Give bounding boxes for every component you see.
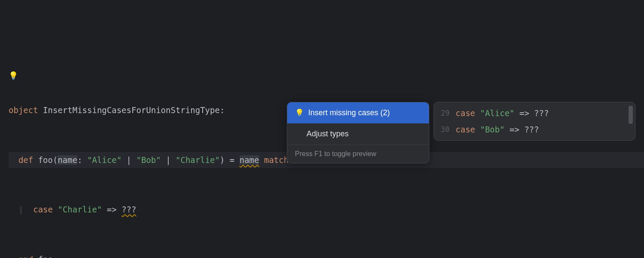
placeholder: ???	[524, 125, 539, 134]
string-literal: "Alice"	[475, 108, 515, 118]
param-name: name	[58, 155, 77, 165]
string-literal: "Bob"	[475, 125, 505, 134]
code-line: end foo	[9, 251, 644, 258]
preview-line: 29 case "Alice" => ???	[434, 105, 635, 121]
popup-hint: Press F1 to toggle preview	[287, 144, 429, 163]
keyword-case: case	[33, 205, 53, 214]
keyword-object: object	[9, 105, 38, 115]
code-line: | case "Charlie" => ???	[9, 201, 644, 218]
scrollbar-thumb[interactable]	[629, 106, 633, 124]
string-literal: "Alice"	[87, 155, 122, 165]
quick-fix-preview: 29 case "Alice" => ??? 30 case "Bob" => …	[434, 102, 635, 141]
keyword-match: match	[259, 155, 289, 165]
keyword-def: def	[18, 155, 33, 165]
quick-fix-popup: 💡 Insert missing cases (2) Adjust types …	[287, 102, 429, 163]
match-target: name	[240, 155, 259, 165]
method-sig: foo(	[33, 155, 58, 165]
preview-line: 30 case "Bob" => ???	[434, 121, 635, 138]
keyword-end: end	[18, 255, 33, 258]
placeholder: ???	[122, 205, 136, 214]
string-literal: "Charlie"	[176, 155, 220, 165]
line-number: 29	[434, 105, 456, 121]
quick-fix-label: Insert missing cases (2)	[308, 108, 390, 117]
string-literal: "Bob"	[136, 155, 161, 165]
type-name: InsertMissingCasesForUnionStringType:	[38, 105, 225, 115]
lightbulb-icon: 💡	[295, 108, 304, 117]
quick-fix-label: Adjust types	[307, 129, 349, 138]
placeholder: ???	[534, 108, 549, 118]
quick-fix-item-insert-cases[interactable]: 💡 Insert missing cases (2)	[287, 102, 429, 123]
string-literal: "Charlie"	[53, 205, 102, 214]
keyword-case: case	[456, 108, 475, 118]
keyword-case: case	[456, 125, 475, 134]
indent-guide: |	[18, 205, 23, 214]
quick-fix-item-adjust-types[interactable]: Adjust types	[287, 123, 429, 144]
line-number: 30	[434, 121, 456, 138]
